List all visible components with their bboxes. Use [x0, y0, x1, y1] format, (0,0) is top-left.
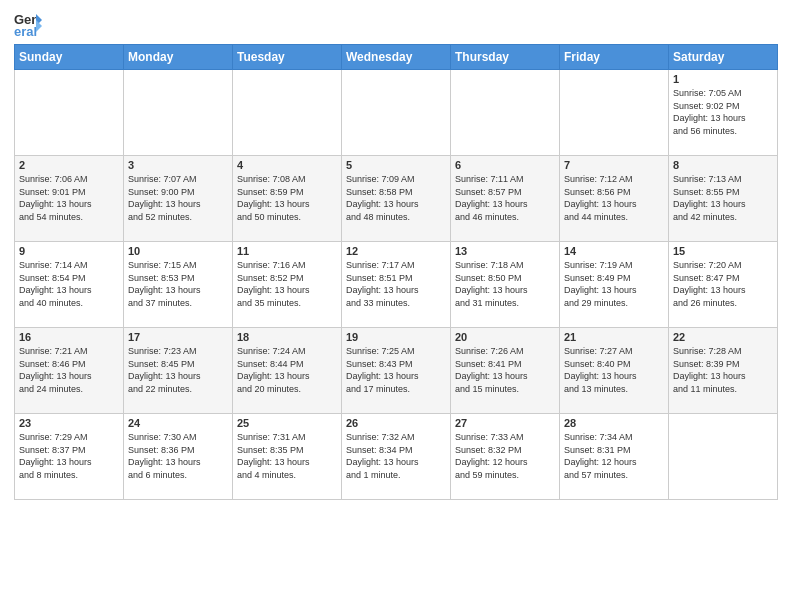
day-info: Sunrise: 7:12 AM Sunset: 8:56 PM Dayligh…: [564, 173, 664, 223]
calendar-cell: 3Sunrise: 7:07 AM Sunset: 9:00 PM Daylig…: [124, 156, 233, 242]
calendar-cell: [124, 70, 233, 156]
logo: Gen eral: [14, 10, 46, 38]
day-info: Sunrise: 7:11 AM Sunset: 8:57 PM Dayligh…: [455, 173, 555, 223]
calendar-cell: 2Sunrise: 7:06 AM Sunset: 9:01 PM Daylig…: [15, 156, 124, 242]
weekday-header-saturday: Saturday: [669, 45, 778, 70]
calendar-cell: 17Sunrise: 7:23 AM Sunset: 8:45 PM Dayli…: [124, 328, 233, 414]
day-info: Sunrise: 7:16 AM Sunset: 8:52 PM Dayligh…: [237, 259, 337, 309]
calendar-cell: 26Sunrise: 7:32 AM Sunset: 8:34 PM Dayli…: [342, 414, 451, 500]
day-info: Sunrise: 7:21 AM Sunset: 8:46 PM Dayligh…: [19, 345, 119, 395]
day-number: 8: [673, 159, 773, 171]
day-info: Sunrise: 7:34 AM Sunset: 8:31 PM Dayligh…: [564, 431, 664, 481]
calendar-cell: [342, 70, 451, 156]
day-info: Sunrise: 7:26 AM Sunset: 8:41 PM Dayligh…: [455, 345, 555, 395]
day-number: 26: [346, 417, 446, 429]
calendar-cell: 21Sunrise: 7:27 AM Sunset: 8:40 PM Dayli…: [560, 328, 669, 414]
day-number: 5: [346, 159, 446, 171]
calendar-cell: 5Sunrise: 7:09 AM Sunset: 8:58 PM Daylig…: [342, 156, 451, 242]
calendar-cell: 9Sunrise: 7:14 AM Sunset: 8:54 PM Daylig…: [15, 242, 124, 328]
calendar-cell: 14Sunrise: 7:19 AM Sunset: 8:49 PM Dayli…: [560, 242, 669, 328]
day-number: 11: [237, 245, 337, 257]
calendar-cell: [451, 70, 560, 156]
calendar-cell: [669, 414, 778, 500]
calendar-cell: 11Sunrise: 7:16 AM Sunset: 8:52 PM Dayli…: [233, 242, 342, 328]
calendar-cell: 10Sunrise: 7:15 AM Sunset: 8:53 PM Dayli…: [124, 242, 233, 328]
day-info: Sunrise: 7:08 AM Sunset: 8:59 PM Dayligh…: [237, 173, 337, 223]
day-number: 23: [19, 417, 119, 429]
calendar-cell: 18Sunrise: 7:24 AM Sunset: 8:44 PM Dayli…: [233, 328, 342, 414]
calendar-cell: 4Sunrise: 7:08 AM Sunset: 8:59 PM Daylig…: [233, 156, 342, 242]
day-number: 17: [128, 331, 228, 343]
day-number: 28: [564, 417, 664, 429]
calendar-cell: 15Sunrise: 7:20 AM Sunset: 8:47 PM Dayli…: [669, 242, 778, 328]
calendar-cell: 27Sunrise: 7:33 AM Sunset: 8:32 PM Dayli…: [451, 414, 560, 500]
weekday-header-thursday: Thursday: [451, 45, 560, 70]
weekday-header-wednesday: Wednesday: [342, 45, 451, 70]
calendar-cell: 7Sunrise: 7:12 AM Sunset: 8:56 PM Daylig…: [560, 156, 669, 242]
day-number: 16: [19, 331, 119, 343]
day-number: 4: [237, 159, 337, 171]
day-info: Sunrise: 7:27 AM Sunset: 8:40 PM Dayligh…: [564, 345, 664, 395]
day-info: Sunrise: 7:15 AM Sunset: 8:53 PM Dayligh…: [128, 259, 228, 309]
day-number: 20: [455, 331, 555, 343]
day-info: Sunrise: 7:33 AM Sunset: 8:32 PM Dayligh…: [455, 431, 555, 481]
calendar-cell: 1Sunrise: 7:05 AM Sunset: 9:02 PM Daylig…: [669, 70, 778, 156]
day-number: 7: [564, 159, 664, 171]
day-info: Sunrise: 7:07 AM Sunset: 9:00 PM Dayligh…: [128, 173, 228, 223]
calendar-cell: 13Sunrise: 7:18 AM Sunset: 8:50 PM Dayli…: [451, 242, 560, 328]
day-number: 9: [19, 245, 119, 257]
day-number: 19: [346, 331, 446, 343]
day-number: 2: [19, 159, 119, 171]
day-info: Sunrise: 7:32 AM Sunset: 8:34 PM Dayligh…: [346, 431, 446, 481]
generalblue-icon: Gen eral: [14, 10, 42, 38]
day-info: Sunrise: 7:29 AM Sunset: 8:37 PM Dayligh…: [19, 431, 119, 481]
day-info: Sunrise: 7:31 AM Sunset: 8:35 PM Dayligh…: [237, 431, 337, 481]
day-info: Sunrise: 7:24 AM Sunset: 8:44 PM Dayligh…: [237, 345, 337, 395]
day-info: Sunrise: 7:28 AM Sunset: 8:39 PM Dayligh…: [673, 345, 773, 395]
day-info: Sunrise: 7:09 AM Sunset: 8:58 PM Dayligh…: [346, 173, 446, 223]
calendar-cell: 20Sunrise: 7:26 AM Sunset: 8:41 PM Dayli…: [451, 328, 560, 414]
day-number: 1: [673, 73, 773, 85]
day-number: 12: [346, 245, 446, 257]
day-number: 27: [455, 417, 555, 429]
day-info: Sunrise: 7:18 AM Sunset: 8:50 PM Dayligh…: [455, 259, 555, 309]
day-number: 13: [455, 245, 555, 257]
day-info: Sunrise: 7:20 AM Sunset: 8:47 PM Dayligh…: [673, 259, 773, 309]
day-number: 6: [455, 159, 555, 171]
calendar-cell: 25Sunrise: 7:31 AM Sunset: 8:35 PM Dayli…: [233, 414, 342, 500]
calendar-cell: 28Sunrise: 7:34 AM Sunset: 8:31 PM Dayli…: [560, 414, 669, 500]
day-number: 14: [564, 245, 664, 257]
day-number: 24: [128, 417, 228, 429]
calendar-cell: 19Sunrise: 7:25 AM Sunset: 8:43 PM Dayli…: [342, 328, 451, 414]
calendar-cell: 16Sunrise: 7:21 AM Sunset: 8:46 PM Dayli…: [15, 328, 124, 414]
calendar-cell: 12Sunrise: 7:17 AM Sunset: 8:51 PM Dayli…: [342, 242, 451, 328]
calendar-cell: 8Sunrise: 7:13 AM Sunset: 8:55 PM Daylig…: [669, 156, 778, 242]
day-number: 21: [564, 331, 664, 343]
day-info: Sunrise: 7:06 AM Sunset: 9:01 PM Dayligh…: [19, 173, 119, 223]
day-number: 10: [128, 245, 228, 257]
day-info: Sunrise: 7:19 AM Sunset: 8:49 PM Dayligh…: [564, 259, 664, 309]
day-info: Sunrise: 7:23 AM Sunset: 8:45 PM Dayligh…: [128, 345, 228, 395]
day-info: Sunrise: 7:14 AM Sunset: 8:54 PM Dayligh…: [19, 259, 119, 309]
calendar-cell: 23Sunrise: 7:29 AM Sunset: 8:37 PM Dayli…: [15, 414, 124, 500]
weekday-header-sunday: Sunday: [15, 45, 124, 70]
day-number: 15: [673, 245, 773, 257]
calendar-cell: [15, 70, 124, 156]
weekday-header-monday: Monday: [124, 45, 233, 70]
day-number: 25: [237, 417, 337, 429]
calendar-cell: 6Sunrise: 7:11 AM Sunset: 8:57 PM Daylig…: [451, 156, 560, 242]
day-info: Sunrise: 7:13 AM Sunset: 8:55 PM Dayligh…: [673, 173, 773, 223]
day-info: Sunrise: 7:25 AM Sunset: 8:43 PM Dayligh…: [346, 345, 446, 395]
calendar-table: SundayMondayTuesdayWednesdayThursdayFrid…: [14, 44, 778, 500]
calendar-cell: [233, 70, 342, 156]
day-number: 22: [673, 331, 773, 343]
weekday-header-friday: Friday: [560, 45, 669, 70]
day-number: 18: [237, 331, 337, 343]
day-info: Sunrise: 7:05 AM Sunset: 9:02 PM Dayligh…: [673, 87, 773, 137]
calendar-cell: 22Sunrise: 7:28 AM Sunset: 8:39 PM Dayli…: [669, 328, 778, 414]
calendar-cell: [560, 70, 669, 156]
calendar-cell: 24Sunrise: 7:30 AM Sunset: 8:36 PM Dayli…: [124, 414, 233, 500]
weekday-header-tuesday: Tuesday: [233, 45, 342, 70]
day-info: Sunrise: 7:17 AM Sunset: 8:51 PM Dayligh…: [346, 259, 446, 309]
day-info: Sunrise: 7:30 AM Sunset: 8:36 PM Dayligh…: [128, 431, 228, 481]
